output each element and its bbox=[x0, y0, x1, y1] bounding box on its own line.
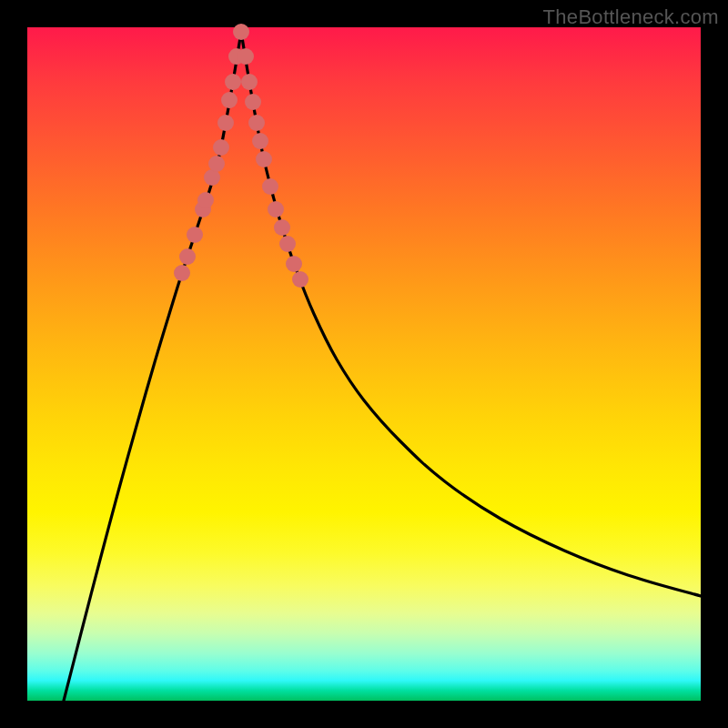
data-marker bbox=[279, 236, 296, 252]
data-marker bbox=[238, 48, 254, 65]
data-marker bbox=[179, 248, 196, 265]
data-marker bbox=[248, 115, 265, 131]
data-marker bbox=[274, 219, 290, 236]
data-marker bbox=[245, 94, 261, 110]
curve-right-branch bbox=[241, 32, 701, 596]
data-marker bbox=[174, 265, 190, 281]
plot-gradient-background bbox=[27, 27, 701, 701]
data-marker bbox=[217, 115, 234, 131]
data-marker bbox=[268, 201, 284, 217]
data-marker bbox=[187, 227, 203, 243]
data-marker bbox=[213, 139, 229, 156]
data-marker bbox=[225, 74, 241, 90]
watermark-text: TheBottleneck.com bbox=[543, 5, 719, 29]
data-marker bbox=[233, 24, 249, 40]
curve-left-branch bbox=[64, 32, 241, 701]
data-marker bbox=[221, 92, 238, 108]
bottleneck-curve-chart bbox=[27, 27, 701, 701]
data-marker bbox=[197, 192, 214, 208]
data-marker bbox=[256, 151, 272, 167]
data-marker bbox=[208, 156, 225, 172]
data-marker bbox=[252, 133, 268, 149]
data-marker bbox=[262, 178, 278, 195]
data-marker bbox=[292, 271, 308, 288]
data-marker bbox=[286, 256, 302, 272]
data-marker bbox=[241, 74, 258, 90]
